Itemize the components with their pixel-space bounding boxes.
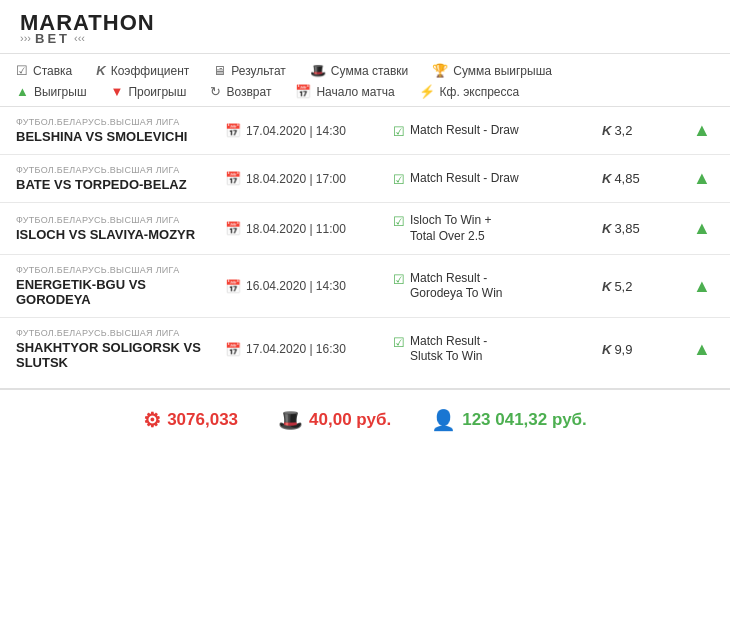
calendar-icon-4: 📅	[225, 342, 241, 357]
legend-result-label: Результат	[231, 64, 286, 78]
legend-sum-stake-label: Сумма ставки	[331, 64, 408, 78]
stake-sum-icon: 🎩	[278, 408, 303, 432]
result-text-3: Match Result -Gorodeya To Win	[410, 271, 503, 302]
legend-start: 📅 Начало матча	[295, 84, 394, 99]
legend-lose: ▼ Проигрыш	[111, 84, 187, 99]
calendar-icon-0: 📅	[225, 123, 241, 138]
bet-result-0: ☑ Match Result - Draw	[393, 123, 594, 139]
win-sum-icon: 👤	[431, 408, 456, 432]
legend-sum-win: 🏆 Сумма выигрыша	[432, 63, 552, 78]
bet-row: ФУТБОЛ.БЕЛАРУСЬ.ВЫСШАЯ ЛИГА BATE VS TORP…	[0, 155, 730, 203]
bet-status-3: ▲	[690, 276, 714, 297]
bet-left-3: ФУТБОЛ.БЕЛАРУСЬ.ВЫСШАЯ ЛИГА ENERGETIK-BG…	[16, 265, 217, 307]
legend-row-1: ☑ Ставка K Коэффициент 🖥 Результат 🎩 Сум…	[16, 60, 714, 81]
result-check-icon-0: ☑	[393, 124, 405, 139]
k-label-4: K	[602, 342, 611, 357]
bets-table: ФУТБОЛ.БЕЛАРУСЬ.ВЫСШАЯ ЛИГА BELSHINA VS …	[0, 107, 730, 380]
bet-left-2: ФУТБОЛ.БЕЛАРУСЬ.ВЫСШАЯ ЛИГА ISLOCH VS SL…	[16, 215, 217, 242]
express-sum-icon: ⚙	[143, 408, 161, 432]
bet-date-0: 📅 17.04.2020 | 14:30	[225, 123, 385, 138]
result-check-icon-2: ☑	[393, 214, 405, 229]
legend-lose-label: Проигрыш	[128, 85, 186, 99]
bet-date-3: 📅 16.04.2020 | 14:30	[225, 279, 385, 294]
logo: MARATHON ››› BET ‹‹‹	[20, 12, 710, 45]
footer-summary: ⚙ 3076,033 🎩 40,00 руб. 👤 123 041,32 руб…	[0, 388, 730, 450]
hat-icon: 🎩	[310, 63, 326, 78]
bet-status-1: ▲	[690, 168, 714, 189]
bet-row: ФУТБОЛ.БЕЛАРУСЬ.ВЫСШАЯ ЛИГА ISLOCH VS SL…	[0, 203, 730, 255]
logo-arrow-left-icon: ›››	[20, 33, 31, 44]
status-arrow-2: ▲	[693, 218, 711, 239]
result-text-0: Match Result - Draw	[410, 123, 519, 139]
coeff-value-3: 5,2	[614, 279, 632, 294]
bet-date-value-0: 17.04.2020 | 14:30	[246, 124, 346, 138]
stake-value: 40,00 руб.	[309, 410, 391, 430]
bet-left-0: ФУТБОЛ.БЕЛАРУСЬ.ВЫСШАЯ ЛИГА BELSHINA VS …	[16, 117, 217, 144]
trophy-icon: 🏆	[432, 63, 448, 78]
k-icon: K	[96, 63, 105, 78]
express-icon: ⚡	[419, 84, 435, 99]
bet-coeff-1: K 4,85	[602, 171, 682, 186]
bet-coeff-4: K 9,9	[602, 342, 682, 357]
bet-status-4: ▲	[690, 339, 714, 360]
k-label-2: K	[602, 221, 611, 236]
legend-result: 🖥 Результат	[213, 63, 286, 78]
k-label-0: K	[602, 123, 611, 138]
legend-return: ↻ Возврат	[210, 84, 271, 99]
refresh-icon: ↻	[210, 84, 221, 99]
logo-bet: BET	[35, 32, 70, 45]
bet-coeff-0: K 3,2	[602, 123, 682, 138]
bet-row: ФУТБОЛ.БЕЛАРУСЬ.ВЫСШАЯ ЛИГА ENERGETIK-BG…	[0, 255, 730, 318]
coeff-value-1: 4,85	[614, 171, 639, 186]
result-text-1: Match Result - Draw	[410, 171, 519, 187]
logo-bet-row: ››› BET ‹‹‹	[20, 32, 85, 45]
summary-stake: 🎩 40,00 руб.	[278, 408, 391, 432]
coeff-value-0: 3,2	[614, 123, 632, 138]
bet-date-2: 📅 18.04.2020 | 11:00	[225, 221, 385, 236]
legend-win-label: Выигрыш	[34, 85, 87, 99]
bet-status-0: ▲	[690, 120, 714, 141]
legend-sum-stake: 🎩 Сумма ставки	[310, 63, 408, 78]
bet-result-3: ☑ Match Result -Gorodeya To Win	[393, 271, 594, 302]
bet-result-2: ☑ Isloch To Win +Total Over 2.5	[393, 213, 594, 244]
calendar-icon-2: 📅	[225, 221, 241, 236]
result-text-4: Match Result -Slutsk To Win	[410, 334, 487, 365]
bet-league-3: ФУТБОЛ.БЕЛАРУСЬ.ВЫСШАЯ ЛИГА	[16, 265, 217, 275]
calendar-icon-3: 📅	[225, 279, 241, 294]
summary-express: ⚙ 3076,033	[143, 408, 238, 432]
bet-row: ФУТБОЛ.БЕЛАРУСЬ.ВЫСШАЯ ЛИГА BELSHINA VS …	[0, 107, 730, 155]
bet-date-4: 📅 17.04.2020 | 16:30	[225, 342, 385, 357]
result-check-icon-4: ☑	[393, 335, 405, 350]
legend-express-label: Кф. экспресса	[440, 85, 520, 99]
bet-result-4: ☑ Match Result -Slutsk To Win	[393, 334, 594, 365]
win-value: 123 041,32 руб.	[462, 410, 587, 430]
bet-coeff-3: K 5,2	[602, 279, 682, 294]
bet-match-3: ENERGETIK-BGU VS GORODEYA	[16, 277, 217, 307]
bet-status-2: ▲	[690, 218, 714, 239]
k-label-1: K	[602, 171, 611, 186]
bet-league-2: ФУТБОЛ.БЕЛАРУСЬ.ВЫСШАЯ ЛИГА	[16, 215, 217, 225]
bet-coeff-2: K 3,85	[602, 221, 682, 236]
k-label-3: K	[602, 279, 611, 294]
coeff-value-2: 3,85	[614, 221, 639, 236]
logo-arrow-right-icon: ‹‹‹	[74, 33, 85, 44]
legend-sum-win-label: Сумма выигрыша	[453, 64, 552, 78]
bet-date-value-3: 16.04.2020 | 14:30	[246, 279, 346, 293]
bet-date-value-1: 18.04.2020 | 17:00	[246, 172, 346, 186]
bet-league-0: ФУТБОЛ.БЕЛАРУСЬ.ВЫСШАЯ ЛИГА	[16, 117, 217, 127]
legend-coeff: K Коэффициент	[96, 63, 189, 78]
bet-left-4: ФУТБОЛ.БЕЛАРУСЬ.ВЫСШАЯ ЛИГА SHAKHTYOR SO…	[16, 328, 217, 370]
calendar-icon-1: 📅	[225, 171, 241, 186]
express-value: 3076,033	[167, 410, 238, 430]
bet-league-4: ФУТБОЛ.БЕЛАРУСЬ.ВЫСШАЯ ЛИГА	[16, 328, 217, 338]
status-arrow-3: ▲	[693, 276, 711, 297]
result-check-icon-3: ☑	[393, 272, 405, 287]
bet-result-1: ☑ Match Result - Draw	[393, 171, 594, 187]
monitor-icon: 🖥	[213, 63, 226, 78]
legend-stavka: ☑ Ставка	[16, 63, 72, 78]
bet-date-value-4: 17.04.2020 | 16:30	[246, 342, 346, 356]
logo-bar: MARATHON ››› BET ‹‹‹	[0, 0, 730, 54]
bet-row: ФУТБОЛ.БЕЛАРУСЬ.ВЫСШАЯ ЛИГА SHAKHTYOR SO…	[0, 318, 730, 380]
bet-date-1: 📅 18.04.2020 | 17:00	[225, 171, 385, 186]
bet-match-4: SHAKHTYOR SOLIGORSK VS SLUTSK	[16, 340, 217, 370]
